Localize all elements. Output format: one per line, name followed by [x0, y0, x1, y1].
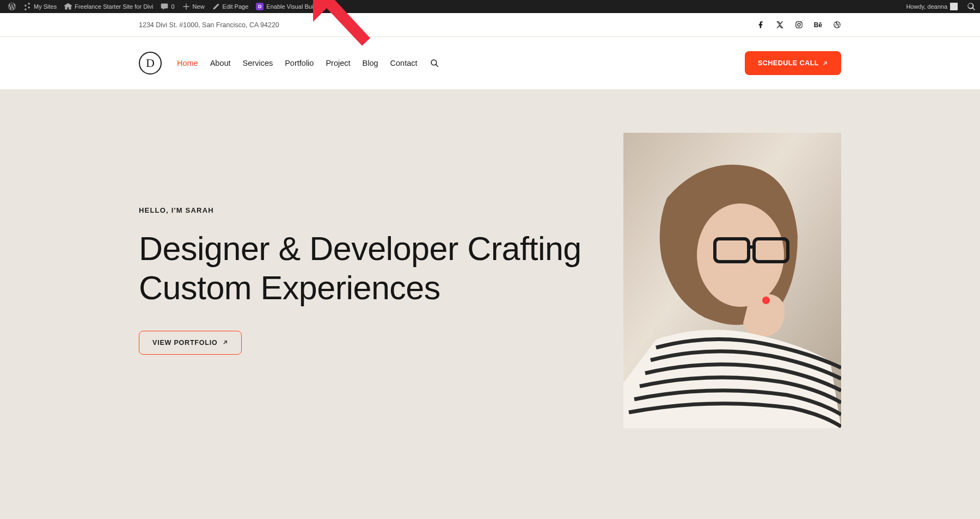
new-label: New: [193, 3, 205, 10]
site-logo[interactable]: D: [139, 52, 162, 75]
svg-line-2: [824, 61, 827, 65]
comments-link[interactable]: 0: [157, 0, 178, 13]
social-icons-row: Bē: [757, 21, 841, 29]
divi-icon: D: [256, 3, 264, 10]
nav-link-about[interactable]: About: [210, 59, 231, 67]
comment-count: 0: [171, 3, 174, 10]
howdy-label: Howdy, deanna: [906, 3, 947, 10]
svg-point-5: [697, 203, 784, 307]
nav-link-contact[interactable]: Contact: [390, 59, 418, 67]
address-text: 1234 Divi St. #1000, San Francisco, CA 9…: [139, 21, 279, 29]
plus-icon: [182, 3, 190, 10]
site-name-label: Freelance Starter Site for Divi: [75, 3, 153, 10]
svg-point-0: [431, 60, 437, 65]
enable-visual-builder-link[interactable]: D Enable Visual Builder: [252, 0, 327, 13]
svg-line-3: [223, 341, 226, 344]
edit-page-link[interactable]: Edit Page: [209, 0, 253, 13]
x-icon[interactable]: [776, 21, 784, 29]
view-portfolio-button[interactable]: VIEW PORTFOLIO: [139, 331, 242, 355]
cta-label: SCHEDULE CALL: [758, 59, 819, 67]
edit-page-label: Edit Page: [223, 3, 249, 10]
arrow-up-right-icon: [222, 339, 228, 345]
nav-link-blog[interactable]: Blog: [363, 59, 378, 67]
wp-admin-bar: My Sites Freelance Starter Site for Divi…: [0, 0, 980, 13]
multisite-icon: [23, 3, 31, 10]
my-sites-link[interactable]: My Sites: [20, 0, 60, 13]
nav-link-portfolio[interactable]: Portfolio: [285, 59, 314, 67]
primary-menu: Home About Services Portfolio Project Bl…: [177, 58, 439, 68]
user-account-link[interactable]: Howdy, deanna: [902, 0, 961, 13]
admin-search-icon[interactable]: [967, 2, 976, 11]
enable-vb-label: Enable Visual Builder: [266, 3, 323, 10]
behance-icon[interactable]: Bē: [814, 21, 822, 29]
svg-line-1: [436, 64, 438, 66]
avatar-icon: [950, 3, 958, 10]
top-info-bar: 1234 Divi St. #1000, San Francisco, CA 9…: [0, 13, 980, 37]
wordpress-icon: [8, 3, 16, 10]
hero-section: HELLO, I'M SARAH Designer & Developer Cr…: [0, 89, 980, 444]
nav-link-home[interactable]: Home: [177, 59, 198, 67]
main-header: D Home About Services Portfolio Project …: [0, 37, 980, 89]
dashboard-icon: [64, 3, 72, 10]
facebook-icon[interactable]: [757, 21, 765, 29]
nav-link-project[interactable]: Project: [326, 59, 350, 67]
comment-icon: [161, 3, 168, 10]
nav-search-icon[interactable]: [430, 58, 439, 68]
my-sites-label: My Sites: [34, 3, 57, 10]
dribbble-icon[interactable]: [833, 21, 841, 29]
site-name-link[interactable]: Freelance Starter Site for Divi: [60, 0, 157, 13]
new-content-link[interactable]: New: [179, 0, 209, 13]
hero-eyebrow: HELLO, I'M SARAH: [139, 206, 591, 214]
instagram-icon[interactable]: [795, 21, 803, 29]
portfolio-btn-label: VIEW PORTFOLIO: [152, 339, 218, 347]
nav-link-services[interactable]: Services: [243, 59, 273, 67]
svg-point-9: [762, 296, 770, 304]
schedule-call-button[interactable]: SCHEDULE CALL: [745, 51, 841, 75]
hero-title: Designer & Developer Crafting Custom Exp…: [139, 230, 591, 308]
hero-image: [623, 133, 841, 428]
arrow-up-right-icon: [822, 60, 828, 66]
pencil-icon: [212, 3, 220, 10]
wp-logo-menu[interactable]: [4, 0, 20, 13]
